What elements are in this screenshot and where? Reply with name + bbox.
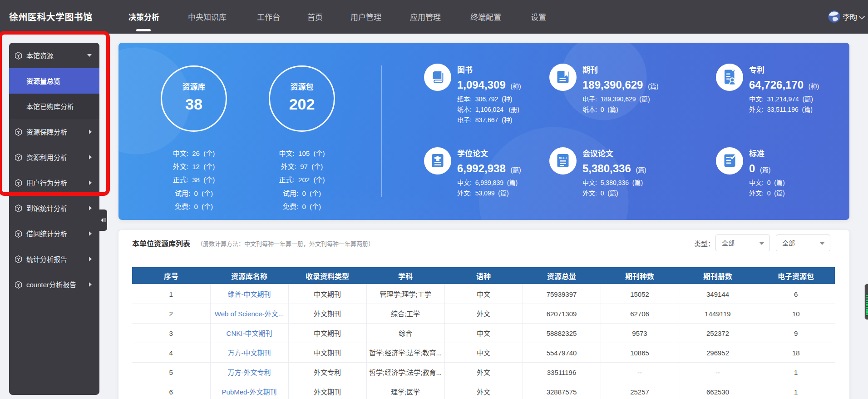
svg-text:MEET: MEET <box>559 156 567 160</box>
